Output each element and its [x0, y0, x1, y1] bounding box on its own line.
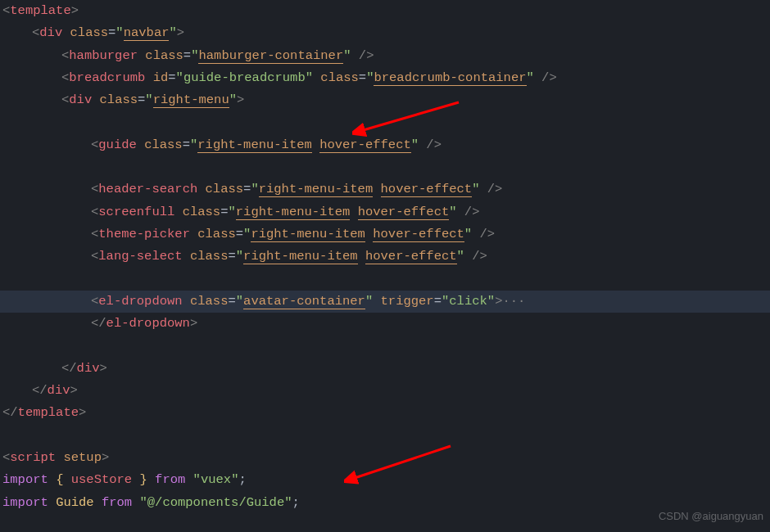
code-line[interactable]: </template> [0, 402, 770, 424]
watermark-text: CSDN @aiguangyuan [659, 505, 763, 527]
code-line[interactable]: <theme-picker class="right-menu-item hov… [0, 223, 770, 246]
code-line-highlighted[interactable]: <el-dropdown class="avatar-container" tr… [0, 291, 770, 313]
code-line[interactable]: <div class="right-menu"> [0, 89, 770, 111]
code-line[interactable]: <lang-select class="right-menu-item hove… [0, 246, 770, 268]
code-line-blank[interactable] [0, 268, 770, 291]
code-line-blank[interactable] [0, 425, 770, 447]
code-line[interactable]: import { useStore } from "vuex"; [0, 469, 770, 491]
code-line[interactable]: import Guide from "@/components/Guide"; [0, 492, 770, 514]
code-line[interactable]: </div> [0, 380, 770, 402]
code-line[interactable]: <guide class="right-menu-item hover-effe… [0, 134, 770, 156]
code-line[interactable]: <header-search class="right-menu-item ho… [0, 178, 770, 201]
code-line-blank[interactable] [0, 111, 770, 133]
fold-ellipsis-icon[interactable]: ··· [502, 294, 525, 309]
code-line[interactable]: <screenfull class="right-menu-item hover… [0, 201, 770, 223]
code-line[interactable]: <div class="navbar"> [0, 22, 770, 44]
code-line[interactable]: <template> [0, 0, 770, 22]
code-line-blank[interactable] [0, 156, 770, 178]
code-editor[interactable]: <template> <div class="navbar"> <hamburg… [0, 0, 770, 532]
code-line[interactable]: <script setup> [0, 447, 770, 469]
code-line[interactable]: </el-dropdown> [0, 313, 770, 335]
code-line[interactable]: <breadcrumb id="guide-breadcrumb" class=… [0, 67, 770, 89]
code-line-blank[interactable] [0, 335, 770, 357]
code-line[interactable]: <hamburger class="hamburger-container" /… [0, 45, 770, 67]
code-line[interactable]: </div> [0, 358, 770, 380]
